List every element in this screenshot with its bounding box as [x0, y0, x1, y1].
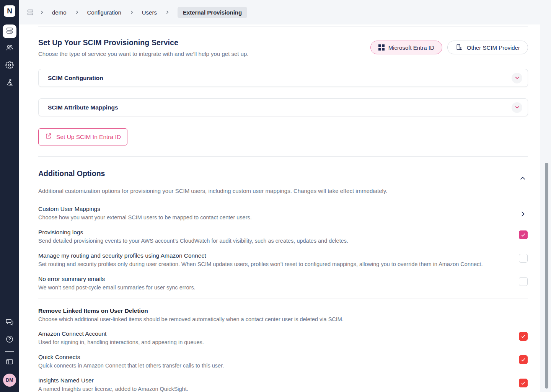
option-text: Custom User Mappings Choose how you want… [38, 206, 252, 220]
additional-options-section: Additional Options Additional customizat… [38, 169, 528, 392]
breadcrumb-current[interactable]: External Provisioning [178, 7, 247, 18]
section-divider [38, 156, 528, 157]
provider-button-label: Other SCIM Provider [467, 44, 520, 51]
option-row-manage-profiles: Manage my routing and security profiles … [38, 252, 528, 267]
chevron-right-icon [75, 10, 79, 15]
users-icon [5, 44, 14, 54]
sidebar-item-panel[interactable] [3, 356, 16, 369]
provider-toggle-group: Microsoft Entra ID Other SCIM Provider [370, 41, 528, 54]
sidebar-item-provisioning[interactable] [3, 24, 16, 38]
page-title: Set Up Your SCIM Provisioning Service [38, 38, 249, 47]
option-row-amazon-connect-account: Amazon Connect Account Used for signing … [38, 330, 528, 345]
option-description: Used for signing in, handling interactio… [38, 339, 204, 345]
option-text: Provisioning logs Send detailed provisio… [38, 229, 348, 244]
building-user-icon [455, 43, 463, 52]
option-title: Custom User Mappings [38, 206, 252, 212]
option-title: No error summary emails [38, 276, 196, 283]
breadcrumb-item-demo[interactable]: demo [44, 9, 75, 16]
accordion-scim-attribute-mappings[interactable]: SCIM Attribute Mappings [38, 98, 528, 116]
page-header: Set Up Your SCIM Provisioning Service Ch… [38, 38, 249, 57]
gear-icon [5, 61, 14, 71]
chevron-right-icon [39, 10, 44, 15]
sidebar-item-routing[interactable] [3, 76, 16, 90]
accordion-scim-configuration[interactable]: SCIM Configuration [38, 69, 528, 87]
provider-button-other[interactable]: Other SCIM Provider [447, 41, 528, 54]
sidebar-item-help[interactable] [3, 333, 16, 347]
page-subtitle: Choose the type of service you want to i… [38, 51, 249, 57]
external-link-icon [45, 132, 52, 141]
option-title: Insights Named User [38, 377, 188, 384]
option-text: Quick Connects Quick connects in Amazon … [38, 354, 224, 369]
sidebar: N [0, 0, 19, 392]
app-logo-letter: N [7, 7, 12, 15]
sidebar-divider [5, 351, 14, 352]
scrollbar-thumb[interactable] [545, 163, 548, 389]
sidebar-item-chat[interactable] [3, 316, 16, 330]
option-row-quick-connects: Quick Connects Quick connects in Amazon … [38, 354, 528, 369]
option-description: A named Insights user license, added to … [38, 386, 188, 392]
option-description: Choose how you want your external SCIM u… [38, 214, 252, 220]
additional-options-title: Additional Options [38, 169, 105, 178]
microsoft-logo [378, 44, 385, 51]
remove-linked-items-header: Remove Linked Items on User Deletion Cho… [38, 307, 528, 322]
chevron-down-icon[interactable] [512, 73, 522, 83]
insights-named-user-checkbox[interactable] [519, 379, 528, 387]
panel-icon [5, 358, 14, 368]
provider-button-entra[interactable]: Microsoft Entra ID [370, 41, 442, 54]
manage-profiles-checkbox[interactable] [519, 254, 528, 263]
option-row-provisioning-logs: Provisioning logs Send detailed provisio… [38, 229, 528, 244]
sidebar-item-users[interactable] [3, 42, 16, 56]
option-text: Amazon Connect Account Used for signing … [38, 330, 204, 345]
sidebar-item-settings[interactable] [3, 59, 16, 73]
option-title: Amazon Connect Account [38, 330, 204, 337]
setup-scim-entra-button[interactable]: Set Up SCIM In Entra ID [38, 128, 127, 145]
chevron-right-icon [129, 10, 134, 15]
collapse-menu-icon[interactable] [27, 9, 34, 16]
scrollbar-track [540, 0, 551, 392]
option-description: Quick connects in Amazon Connect that le… [38, 363, 224, 369]
app-logo[interactable]: N [4, 5, 15, 17]
remove-linked-items-title: Remove Linked Items on User Deletion [38, 307, 528, 314]
remove-linked-items-description: Choose which additional user-linked item… [38, 316, 528, 322]
provisioning-logs-checkbox[interactable] [519, 230, 528, 239]
chat-icon [5, 318, 14, 328]
option-row-custom-user-mappings[interactable]: Custom User Mappings Choose how you want… [38, 206, 528, 220]
provider-button-label: Microsoft Entra ID [388, 44, 434, 51]
chevron-down-icon[interactable] [512, 102, 522, 113]
breadcrumb-item-configuration[interactable]: Configuration [79, 9, 129, 16]
chevron-right-icon [165, 10, 170, 15]
option-description: Send detailed provisioning events to you… [38, 238, 348, 244]
amazon-connect-account-checkbox[interactable] [519, 332, 528, 341]
option-row-no-error-emails: No error summary emails We won’t send po… [38, 276, 528, 291]
additional-options-description: Additional customization options for pro… [38, 188, 528, 194]
server-stack-icon [6, 27, 13, 36]
user-avatar[interactable]: DM [3, 374, 16, 387]
avatar-initials: DM [6, 377, 13, 383]
option-description: We won’t send post-cycle email summaries… [38, 284, 196, 291]
content-top-divider [38, 26, 528, 26]
option-text: Manage my routing and security profiles … [38, 252, 483, 267]
option-title: Provisioning logs [38, 229, 348, 236]
no-error-emails-checkbox[interactable] [519, 277, 528, 286]
option-text: Insights Named User A named Insights use… [38, 377, 188, 392]
quick-connects-checkbox[interactable] [519, 355, 528, 364]
collapse-section-chevron-up-icon[interactable] [517, 173, 528, 184]
option-description: Set routing and security profiles only d… [38, 261, 483, 267]
help-icon [5, 335, 14, 345]
breadcrumb: demo Configuration Users External Provis… [39, 7, 247, 18]
accordion-label: SCIM Attribute Mappings [48, 104, 118, 111]
option-title: Manage my routing and security profiles … [38, 252, 483, 259]
accordion-label: SCIM Configuration [48, 75, 103, 82]
main-content: Set Up Your SCIM Provisioning Service Ch… [19, 24, 540, 392]
topbar: demo Configuration Users External Provis… [19, 0, 551, 24]
option-text: No error summary emails We won’t send po… [38, 276, 196, 291]
section-divider [38, 299, 528, 299]
option-row-insights-named-user: Insights Named User A named Insights use… [38, 377, 528, 392]
routing-worker-icon [5, 78, 14, 88]
setup-button-label: Set Up SCIM In Entra ID [56, 134, 121, 140]
breadcrumb-item-users[interactable]: Users [134, 9, 165, 16]
chevron-right-icon[interactable] [517, 209, 528, 219]
option-title: Quick Connects [38, 354, 224, 361]
